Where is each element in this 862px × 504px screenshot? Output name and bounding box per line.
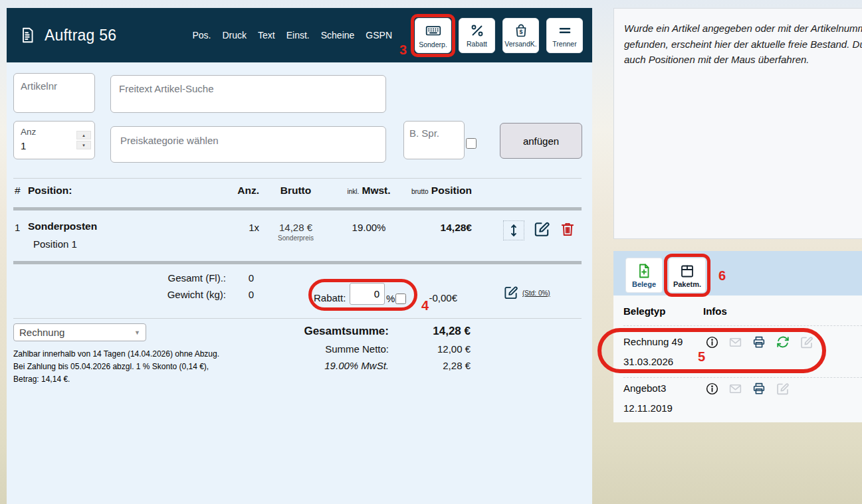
bestand-info-panel: Wurde ein Artikel angegeben oder mit der… (613, 8, 862, 239)
document-icon (19, 27, 36, 44)
belegtyp-select[interactable]: Rechnung ▼ (13, 323, 146, 341)
info-icon[interactable] (705, 382, 719, 396)
beleg-row-date: 12.11.2019 (623, 402, 673, 414)
chevron-down-icon: ▼ (134, 329, 140, 336)
info-icon[interactable] (705, 335, 719, 349)
tab-belege[interactable]: Belege (625, 258, 663, 293)
beleg-row-type[interactable]: Angebot3 (623, 382, 666, 394)
col-infos: Infos (703, 305, 727, 317)
edit-position-button[interactable] (533, 220, 550, 238)
rabatt-button[interactable]: Rabatt (459, 18, 495, 53)
edit-sign-icon[interactable] (776, 382, 790, 396)
divider (13, 318, 582, 319)
package-icon (679, 263, 695, 279)
mwst-value: 2,28 € (377, 360, 471, 371)
mail-icon[interactable] (728, 335, 742, 349)
position-num: 1 (13, 220, 28, 233)
annotation-number-3: 3 (399, 42, 407, 58)
rabatt-unit: % (386, 293, 395, 304)
versandkosten-button[interactable]: $ VersandK. (502, 18, 539, 53)
trenner-button[interactable]: Trenner (546, 18, 583, 53)
col-pos-total: brutto Position (405, 185, 472, 197)
tab-paketm[interactable]: Paketm. (669, 258, 706, 293)
delete-position-button[interactable] (559, 220, 576, 238)
divider (623, 325, 862, 326)
gewicht-value: 0 (213, 289, 254, 300)
keyboard-icon (425, 22, 442, 39)
nav-item-gspn[interactable]: GSPN (366, 30, 392, 41)
shipping-bag-dollar-icon: $ (513, 23, 529, 39)
gesamt-label: Gesamt (Fl).: (126, 272, 226, 284)
edit-rabatt-button[interactable] (503, 285, 518, 300)
anzahl-up-button[interactable]: ▲ (76, 131, 91, 139)
app-header: Auftrag 56 Pos. Druck Text Einst. Schein… (7, 8, 592, 62)
edit-icon (503, 285, 518, 300)
svg-text:$: $ (519, 29, 522, 35)
gesamtsumme-label: Gesamtsumme: (249, 325, 389, 338)
bspr-input[interactable] (403, 121, 465, 159)
nav-item-text[interactable]: Text (258, 30, 275, 41)
edit-icon (533, 220, 550, 238)
rabatt-input[interactable] (350, 283, 385, 305)
freitext-suche-input[interactable] (110, 75, 386, 113)
gesamt-value: 0 (213, 272, 254, 284)
belegtyp-selected-value: Rechnung (19, 327, 64, 338)
refresh-icon[interactable] (776, 335, 790, 349)
sonderposten-button[interactable]: 3 Sonderp. (415, 18, 451, 53)
belege-panel: Belege Paketm. 6 Belegtyp Infos 5 Rechnu… (613, 251, 862, 422)
divider (13, 178, 582, 179)
annotation-number-4: 4 (421, 298, 429, 313)
col-position: Position: (28, 185, 206, 197)
up-down-arrow-icon (506, 222, 521, 238)
position-anz: 1x (206, 220, 259, 233)
percent-icon (469, 23, 485, 39)
bspr-checkbox[interactable] (466, 138, 477, 149)
rabatt-std-note[interactable]: (Std: 0%) (522, 290, 550, 297)
col-anz: Anz. (206, 185, 259, 197)
top-nav: Pos. Druck Text Einst. Scheine GSPN (192, 30, 392, 41)
beleg-row-type[interactable]: Rechnung 49 (623, 336, 683, 347)
position-name: Sonderposten (28, 220, 206, 232)
beleg-row-date: 31.03.2026 (623, 356, 673, 367)
rabatt-checkbox[interactable] (395, 294, 406, 304)
netto-label: Summe Netto: (249, 343, 389, 355)
separator-lines-icon (557, 23, 573, 39)
position-brutto: 14,28 € (259, 222, 332, 233)
position-brutto-note: Sonderpreis (259, 234, 332, 242)
position-row: 1 Sonderposten Position 1 1x 14,28 € Son… (13, 220, 582, 250)
anzahl-down-button[interactable]: ▼ (76, 141, 91, 149)
trash-icon (559, 220, 576, 238)
netto-value: 12,00 € (377, 343, 471, 355)
bestand-info-text: Wurde ein Artikel angegeben oder mit der… (624, 21, 862, 68)
positions-header-row: # Position: Anz. Brutto inkl. Mwst. brut… (13, 185, 582, 197)
edit-sign-icon[interactable] (800, 335, 813, 349)
gesamtsumme-value: 14,28 € (377, 325, 471, 338)
mail-icon[interactable] (728, 382, 742, 396)
position-subtitle: Position 1 (33, 238, 206, 250)
mwst-label: 19.00% MwSt. (249, 360, 389, 371)
anfuegen-button[interactable]: anfügen (500, 123, 582, 159)
anzahl-label: Anz (21, 127, 36, 137)
gewicht-label: Gewicht (kg): (126, 289, 226, 300)
print-icon[interactable] (752, 335, 766, 349)
position-total: 14,28€ (405, 220, 472, 234)
nav-item-pos[interactable]: Pos. (192, 30, 211, 41)
move-position-button[interactable] (503, 220, 524, 240)
artikelnr-input[interactable] (13, 73, 95, 113)
preiskategorie-select[interactable] (110, 126, 386, 163)
col-brutto: Brutto (259, 185, 332, 197)
payment-terms: Zahlbar innerhalb von 14 Tagen (14.04.20… (13, 348, 219, 386)
print-icon[interactable] (752, 381, 766, 396)
nav-item-druck[interactable]: Druck (222, 30, 247, 41)
annotation-number-6: 6 (718, 268, 726, 284)
nav-item-scheine[interactable]: Scheine (321, 30, 355, 41)
order-panel: Auftrag 56 Pos. Druck Text Einst. Schein… (7, 8, 592, 504)
col-num: # (13, 185, 28, 197)
anzahl-value: 1 (21, 140, 26, 151)
position-mwst: 19.00% (332, 220, 405, 233)
anzahl-stepper[interactable]: Anz 1 ▲ ▼ (13, 121, 95, 159)
nav-item-einst[interactable]: Einst. (286, 30, 310, 41)
annotation-number-5: 5 (698, 349, 705, 365)
rabatt-amount: -0,00€ (405, 292, 457, 303)
divider (623, 377, 862, 378)
